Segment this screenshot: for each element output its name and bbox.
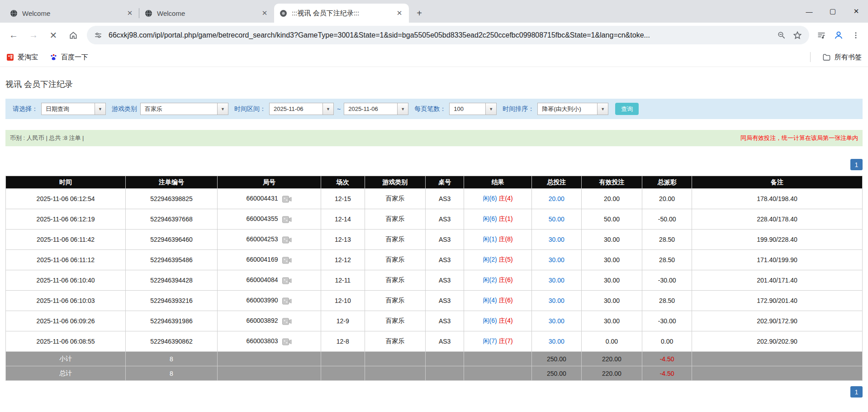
profile-avatar-icon[interactable] [831, 28, 846, 43]
window-controls: — ▢ ✕ [797, 0, 868, 23]
bookmark-baidu[interactable]: 百度一下 [50, 53, 88, 62]
address-bar[interactable]: 66cxkj98.com/ipl/portal.php/game/betreco… [87, 26, 809, 44]
total-bet-link[interactable]: 30.00 [549, 338, 564, 345]
cell-round: 660004169 [217, 250, 321, 270]
player-result: 闲(2) [483, 276, 497, 283]
page-1-button[interactable]: 1 [850, 159, 863, 170]
cell-bet-id: 522946393216 [126, 291, 218, 311]
game-type-select[interactable]: 百家乐 ▼ [140, 103, 228, 115]
round-video-icon[interactable] [282, 216, 292, 223]
cell-time: 2025-11-06 06:11:12 [6, 250, 126, 270]
chevron-down-icon[interactable]: ▼ [95, 103, 106, 115]
cell-time: 2025-11-06 06:10:03 [6, 291, 126, 311]
url-text[interactable]: 66cxkj98.com/ipl/portal.php/game/betreco… [109, 31, 770, 39]
cell-note: 199.90/228.40 [692, 230, 863, 250]
maximize-button[interactable]: ▢ [821, 0, 844, 23]
menu-dots-icon[interactable] [848, 28, 863, 43]
round-number: 660004431 [246, 195, 278, 202]
col-header-table-no: 桌号 [426, 176, 464, 189]
cell-table-no: AS3 [426, 291, 464, 311]
date-from-select[interactable]: 2025-11-06 ▼ [269, 103, 334, 115]
total-bet-link[interactable]: 30.00 [549, 277, 564, 284]
subtotal-payout: -4.50 [642, 352, 692, 366]
grand-total-payout: -4.50 [642, 366, 692, 381]
page-1-button[interactable]: 1 [850, 386, 863, 398]
bookmark-star-icon[interactable] [792, 30, 803, 41]
player-result: 闲(6) [483, 195, 497, 202]
bookmarks-bar: 爱淘宝 百度一下 所有书签 [0, 48, 868, 67]
media-controls-icon[interactable] [814, 28, 829, 43]
page-title: 视讯 会员下注纪录 [5, 79, 863, 90]
cell-table-no: AS3 [426, 189, 464, 209]
cell-session: 12-10 [321, 291, 365, 311]
pagination-bottom: 1 [5, 386, 863, 398]
cell-result: 闲(6) 庄(4) [464, 311, 532, 331]
bookmark-label: 爱淘宝 [18, 53, 38, 62]
chevron-down-icon[interactable]: ▼ [217, 103, 228, 115]
total-bet-link[interactable]: 30.00 [549, 256, 564, 263]
total-bet-link[interactable]: 50.00 [549, 216, 564, 223]
site-info-tune-icon[interactable] [93, 30, 103, 40]
cell-game-type: 百家乐 [365, 311, 425, 331]
bookmark-aitaobao[interactable]: 爱淘宝 [6, 53, 38, 62]
table-row: 2025-11-06 06:11:12 522946395486 6600041… [6, 250, 863, 270]
stop-reload-icon[interactable]: ✕ [44, 26, 62, 44]
grand-total-count: 8 [126, 366, 218, 381]
back-icon[interactable]: ← [5, 26, 23, 44]
round-number: 660003803 [246, 337, 278, 345]
round-video-icon[interactable] [282, 318, 292, 325]
round-video-icon[interactable] [282, 257, 292, 264]
time-sort-select[interactable]: 降幂(由大到小) ▼ [537, 103, 608, 115]
total-bet-link[interactable]: 30.00 [549, 317, 564, 325]
chevron-down-icon[interactable]: ▼ [485, 103, 497, 115]
tab-welcome-1[interactable]: Welcome ✕ [5, 4, 139, 23]
cell-round: 660004084 [217, 270, 321, 291]
per-page-select[interactable]: 100 ▼ [449, 103, 497, 115]
col-header-round: 局号 [217, 176, 321, 189]
aitaobao-favicon-icon [6, 53, 14, 61]
tab-close-icon[interactable]: ✕ [125, 8, 135, 18]
cell-note: 178.40/198.40 [692, 189, 863, 209]
search-button[interactable]: 查询 [615, 103, 639, 115]
new-tab-button[interactable]: + [413, 6, 426, 20]
cell-note: 228.40/178.40 [692, 209, 863, 230]
round-video-icon[interactable] [282, 236, 292, 244]
banker-result: 庄(7) [499, 337, 513, 345]
round-number: 660004253 [246, 235, 278, 243]
close-button[interactable]: ✕ [844, 0, 868, 23]
cell-game-type: 百家乐 [365, 189, 425, 209]
tab-welcome-2[interactable]: Welcome ✕ [139, 4, 274, 23]
tab-bet-record[interactable]: :::视讯 会员下注纪录::: ✕ [274, 4, 409, 23]
round-video-icon[interactable] [282, 277, 292, 284]
cell-payout: -50.00 [642, 209, 692, 230]
tab-close-icon[interactable]: ✕ [260, 8, 270, 18]
subtotal-valid-bet: 220.00 [581, 352, 642, 366]
round-video-icon[interactable] [282, 196, 292, 203]
cell-session: 12-13 [321, 230, 365, 250]
round-video-icon[interactable] [282, 297, 292, 305]
bookmark-label: 百度一下 [61, 53, 88, 62]
chevron-down-icon[interactable]: ▼ [597, 103, 608, 115]
cell-valid-bet: 30.00 [581, 270, 642, 291]
cell-bet-id: 522946398825 [126, 189, 218, 209]
chevron-down-icon[interactable]: ▼ [397, 103, 408, 115]
cell-note: 171.40/199.90 [692, 250, 863, 270]
round-video-icon[interactable] [282, 338, 292, 345]
col-header-payout: 总派彩 [642, 176, 692, 189]
zoom-icon[interactable] [776, 30, 787, 41]
tab-close-icon[interactable]: ✕ [394, 8, 404, 18]
minimize-button[interactable]: — [797, 0, 821, 23]
total-bet-link[interactable]: 30.00 [549, 297, 564, 304]
table-row: 2025-11-06 06:11:42 522946396460 6600042… [6, 230, 863, 250]
query-type-select[interactable]: 日期查询 ▼ [41, 103, 106, 115]
cell-bet-id: 522946397668 [126, 209, 218, 230]
cell-payout: -30.00 [642, 270, 692, 291]
cell-result: 闲(6) 庄(1) [464, 209, 532, 230]
all-bookmarks-button[interactable]: 所有书签 [822, 53, 862, 62]
home-icon[interactable] [64, 26, 82, 44]
total-bet-link[interactable]: 20.00 [549, 195, 564, 202]
chevron-down-icon[interactable]: ▼ [323, 103, 334, 115]
date-to-select[interactable]: 2025-11-06 ▼ [344, 103, 408, 115]
total-bet-link[interactable]: 30.00 [549, 236, 564, 243]
forward-icon[interactable]: → [24, 26, 43, 44]
